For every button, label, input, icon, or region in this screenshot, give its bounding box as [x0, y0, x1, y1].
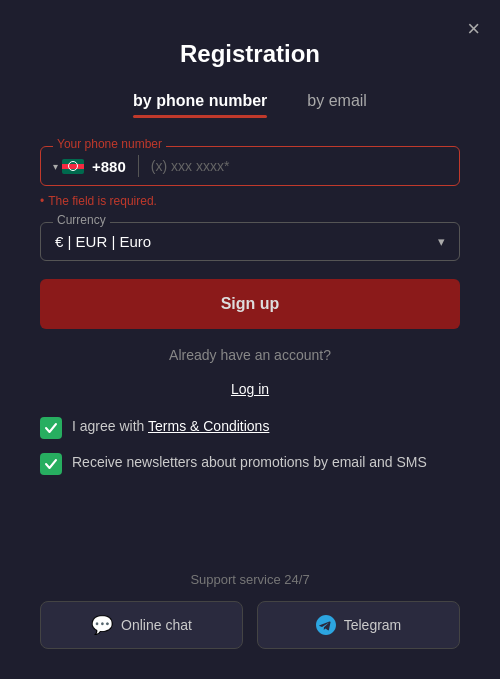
login-link[interactable]: Log in: [40, 381, 460, 397]
online-chat-button[interactable]: 💬 Online chat: [40, 601, 243, 649]
newsletter-checkbox[interactable]: [40, 453, 62, 475]
support-buttons-container: 💬 Online chat Telegram: [40, 601, 460, 649]
already-account-text: Already have an account?: [40, 347, 460, 363]
support-label: Support service 24/7: [190, 572, 309, 587]
terms-checkbox[interactable]: [40, 417, 62, 439]
tab-email[interactable]: by email: [307, 92, 367, 118]
phone-input[interactable]: [151, 158, 447, 174]
telegram-label: Telegram: [344, 617, 402, 633]
terms-link[interactable]: Terms & Conditions: [148, 418, 269, 434]
check-icon: [44, 421, 58, 435]
error-message: • The field is required.: [40, 194, 460, 208]
currency-label: Currency: [53, 213, 110, 227]
check-icon-2: [44, 457, 58, 471]
close-button[interactable]: ×: [467, 18, 480, 40]
phone-row: ▾ +880: [53, 155, 447, 177]
country-selector[interactable]: ▾: [53, 159, 84, 174]
country-chevron-icon: ▾: [53, 161, 58, 172]
tabs-container: by phone number by email: [40, 92, 460, 118]
terms-label: I agree with Terms & Conditions: [72, 417, 269, 437]
online-chat-label: Online chat: [121, 617, 192, 633]
terms-checkbox-row: I agree with Terms & Conditions: [40, 417, 460, 439]
newsletter-label: Receive newsletters about promotions by …: [72, 453, 427, 473]
tab-phone[interactable]: by phone number: [133, 92, 267, 118]
phone-divider: [138, 155, 139, 177]
currency-value: € | EUR | Euro: [55, 233, 151, 250]
chat-icon: 💬: [91, 614, 113, 636]
signup-button[interactable]: Sign up: [40, 279, 460, 329]
registration-modal: × Registration by phone number by email …: [0, 0, 500, 679]
telegram-icon: [316, 615, 336, 635]
phone-field-label: Your phone number: [53, 137, 166, 151]
support-section: Support service 24/7 💬 Online chat Teleg…: [40, 542, 460, 649]
registration-form: Your phone number ▾ +880 • The field is …: [40, 146, 460, 475]
checkboxes-container: I agree with Terms & Conditions Receive …: [40, 417, 460, 475]
flag-icon: [62, 159, 84, 174]
phone-field-group: Your phone number ▾ +880: [40, 146, 460, 186]
telegram-button[interactable]: Telegram: [257, 601, 460, 649]
error-text-content: The field is required.: [48, 194, 157, 208]
currency-chevron-icon: ▾: [438, 234, 445, 249]
phone-code: +880: [92, 158, 126, 175]
error-dot: •: [40, 194, 44, 208]
newsletter-checkbox-row: Receive newsletters about promotions by …: [40, 453, 460, 475]
modal-title: Registration: [40, 40, 460, 68]
currency-field-group[interactable]: Currency € | EUR | Euro ▾: [40, 222, 460, 261]
